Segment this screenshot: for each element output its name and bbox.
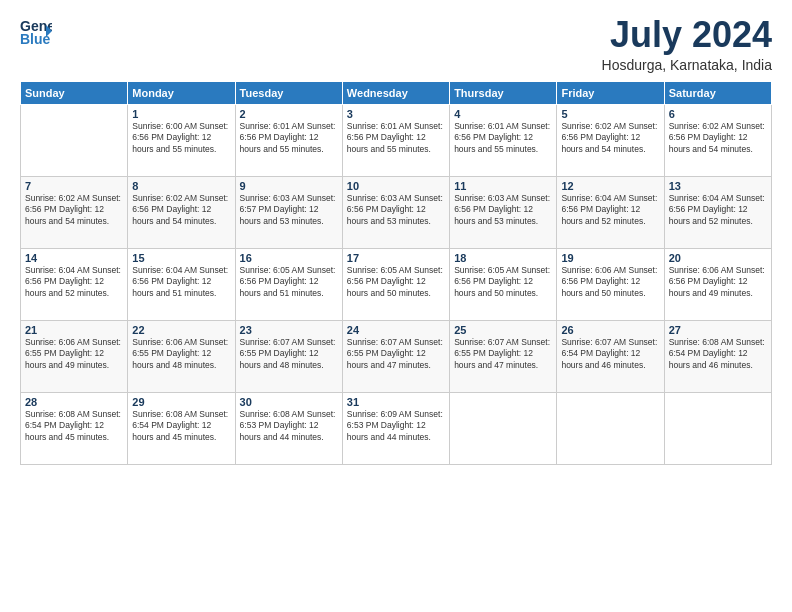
day-content: Sunrise: 6:04 AM Sunset: 6:56 PM Dayligh… (561, 193, 659, 227)
table-row: 11Sunrise: 6:03 AM Sunset: 6:56 PM Dayli… (450, 176, 557, 248)
table-row: 24Sunrise: 6:07 AM Sunset: 6:55 PM Dayli… (342, 320, 449, 392)
day-number: 17 (347, 252, 445, 264)
day-content: Sunrise: 6:05 AM Sunset: 6:56 PM Dayligh… (240, 265, 338, 299)
day-number: 12 (561, 180, 659, 192)
table-row: 5Sunrise: 6:02 AM Sunset: 6:56 PM Daylig… (557, 104, 664, 176)
table-row: 15Sunrise: 6:04 AM Sunset: 6:56 PM Dayli… (128, 248, 235, 320)
table-row: 13Sunrise: 6:04 AM Sunset: 6:56 PM Dayli… (664, 176, 771, 248)
table-row: 2Sunrise: 6:01 AM Sunset: 6:56 PM Daylig… (235, 104, 342, 176)
table-row: 27Sunrise: 6:08 AM Sunset: 6:54 PM Dayli… (664, 320, 771, 392)
table-row (450, 392, 557, 464)
table-row: 30Sunrise: 6:08 AM Sunset: 6:53 PM Dayli… (235, 392, 342, 464)
day-number: 8 (132, 180, 230, 192)
day-number: 5 (561, 108, 659, 120)
day-number: 13 (669, 180, 767, 192)
day-number: 10 (347, 180, 445, 192)
day-content: Sunrise: 6:03 AM Sunset: 6:56 PM Dayligh… (454, 193, 552, 227)
day-number: 16 (240, 252, 338, 264)
day-content: Sunrise: 6:02 AM Sunset: 6:56 PM Dayligh… (669, 121, 767, 155)
day-number: 30 (240, 396, 338, 408)
day-content: Sunrise: 6:00 AM Sunset: 6:56 PM Dayligh… (132, 121, 230, 155)
page: General Blue July 2024 Hosdurga, Karnata… (0, 0, 792, 612)
day-content: Sunrise: 6:06 AM Sunset: 6:56 PM Dayligh… (669, 265, 767, 299)
calendar-table: Sunday Monday Tuesday Wednesday Thursday… (20, 81, 772, 465)
title-area: July 2024 Hosdurga, Karnataka, India (602, 15, 772, 73)
day-number: 20 (669, 252, 767, 264)
day-number: 15 (132, 252, 230, 264)
table-row: 4Sunrise: 6:01 AM Sunset: 6:56 PM Daylig… (450, 104, 557, 176)
day-number: 22 (132, 324, 230, 336)
table-row: 19Sunrise: 6:06 AM Sunset: 6:56 PM Dayli… (557, 248, 664, 320)
day-content: Sunrise: 6:05 AM Sunset: 6:56 PM Dayligh… (347, 265, 445, 299)
day-content: Sunrise: 6:04 AM Sunset: 6:56 PM Dayligh… (132, 265, 230, 299)
day-content: Sunrise: 6:06 AM Sunset: 6:56 PM Dayligh… (561, 265, 659, 299)
day-number: 25 (454, 324, 552, 336)
col-wednesday: Wednesday (342, 81, 449, 104)
table-row: 6Sunrise: 6:02 AM Sunset: 6:56 PM Daylig… (664, 104, 771, 176)
day-number: 7 (25, 180, 123, 192)
day-number: 23 (240, 324, 338, 336)
table-row: 14Sunrise: 6:04 AM Sunset: 6:56 PM Dayli… (21, 248, 128, 320)
table-row (21, 104, 128, 176)
day-content: Sunrise: 6:01 AM Sunset: 6:56 PM Dayligh… (240, 121, 338, 155)
day-content: Sunrise: 6:05 AM Sunset: 6:56 PM Dayligh… (454, 265, 552, 299)
table-row: 9Sunrise: 6:03 AM Sunset: 6:57 PM Daylig… (235, 176, 342, 248)
table-row: 12Sunrise: 6:04 AM Sunset: 6:56 PM Dayli… (557, 176, 664, 248)
day-number: 11 (454, 180, 552, 192)
day-number: 24 (347, 324, 445, 336)
col-thursday: Thursday (450, 81, 557, 104)
logo-icon: General Blue (20, 15, 52, 47)
calendar-week-row: 7Sunrise: 6:02 AM Sunset: 6:56 PM Daylig… (21, 176, 772, 248)
day-content: Sunrise: 6:03 AM Sunset: 6:57 PM Dayligh… (240, 193, 338, 227)
day-content: Sunrise: 6:09 AM Sunset: 6:53 PM Dayligh… (347, 409, 445, 443)
col-tuesday: Tuesday (235, 81, 342, 104)
table-row: 23Sunrise: 6:07 AM Sunset: 6:55 PM Dayli… (235, 320, 342, 392)
subtitle: Hosdurga, Karnataka, India (602, 57, 772, 73)
table-row: 16Sunrise: 6:05 AM Sunset: 6:56 PM Dayli… (235, 248, 342, 320)
day-content: Sunrise: 6:01 AM Sunset: 6:56 PM Dayligh… (347, 121, 445, 155)
day-content: Sunrise: 6:06 AM Sunset: 6:55 PM Dayligh… (25, 337, 123, 371)
day-number: 4 (454, 108, 552, 120)
table-row (557, 392, 664, 464)
day-number: 2 (240, 108, 338, 120)
table-row: 29Sunrise: 6:08 AM Sunset: 6:54 PM Dayli… (128, 392, 235, 464)
table-row: 25Sunrise: 6:07 AM Sunset: 6:55 PM Dayli… (450, 320, 557, 392)
day-content: Sunrise: 6:02 AM Sunset: 6:56 PM Dayligh… (25, 193, 123, 227)
day-number: 26 (561, 324, 659, 336)
table-row: 10Sunrise: 6:03 AM Sunset: 6:56 PM Dayli… (342, 176, 449, 248)
calendar-header-row: Sunday Monday Tuesday Wednesday Thursday… (21, 81, 772, 104)
day-content: Sunrise: 6:01 AM Sunset: 6:56 PM Dayligh… (454, 121, 552, 155)
header: General Blue July 2024 Hosdurga, Karnata… (20, 15, 772, 73)
day-number: 6 (669, 108, 767, 120)
calendar-week-row: 28Sunrise: 6:08 AM Sunset: 6:54 PM Dayli… (21, 392, 772, 464)
day-content: Sunrise: 6:06 AM Sunset: 6:55 PM Dayligh… (132, 337, 230, 371)
day-content: Sunrise: 6:08 AM Sunset: 6:53 PM Dayligh… (240, 409, 338, 443)
calendar-week-row: 1Sunrise: 6:00 AM Sunset: 6:56 PM Daylig… (21, 104, 772, 176)
col-monday: Monday (128, 81, 235, 104)
table-row: 7Sunrise: 6:02 AM Sunset: 6:56 PM Daylig… (21, 176, 128, 248)
day-number: 19 (561, 252, 659, 264)
col-sunday: Sunday (21, 81, 128, 104)
day-number: 21 (25, 324, 123, 336)
table-row: 3Sunrise: 6:01 AM Sunset: 6:56 PM Daylig… (342, 104, 449, 176)
day-content: Sunrise: 6:07 AM Sunset: 6:54 PM Dayligh… (561, 337, 659, 371)
logo: General Blue (20, 15, 52, 47)
main-title: July 2024 (602, 15, 772, 55)
table-row: 31Sunrise: 6:09 AM Sunset: 6:53 PM Dayli… (342, 392, 449, 464)
day-content: Sunrise: 6:04 AM Sunset: 6:56 PM Dayligh… (669, 193, 767, 227)
col-saturday: Saturday (664, 81, 771, 104)
table-row (664, 392, 771, 464)
calendar-week-row: 14Sunrise: 6:04 AM Sunset: 6:56 PM Dayli… (21, 248, 772, 320)
day-number: 18 (454, 252, 552, 264)
day-number: 3 (347, 108, 445, 120)
day-number: 28 (25, 396, 123, 408)
day-number: 29 (132, 396, 230, 408)
table-row: 22Sunrise: 6:06 AM Sunset: 6:55 PM Dayli… (128, 320, 235, 392)
table-row: 28Sunrise: 6:08 AM Sunset: 6:54 PM Dayli… (21, 392, 128, 464)
day-number: 9 (240, 180, 338, 192)
day-content: Sunrise: 6:07 AM Sunset: 6:55 PM Dayligh… (240, 337, 338, 371)
day-content: Sunrise: 6:08 AM Sunset: 6:54 PM Dayligh… (25, 409, 123, 443)
day-content: Sunrise: 6:07 AM Sunset: 6:55 PM Dayligh… (347, 337, 445, 371)
day-content: Sunrise: 6:08 AM Sunset: 6:54 PM Dayligh… (132, 409, 230, 443)
col-friday: Friday (557, 81, 664, 104)
